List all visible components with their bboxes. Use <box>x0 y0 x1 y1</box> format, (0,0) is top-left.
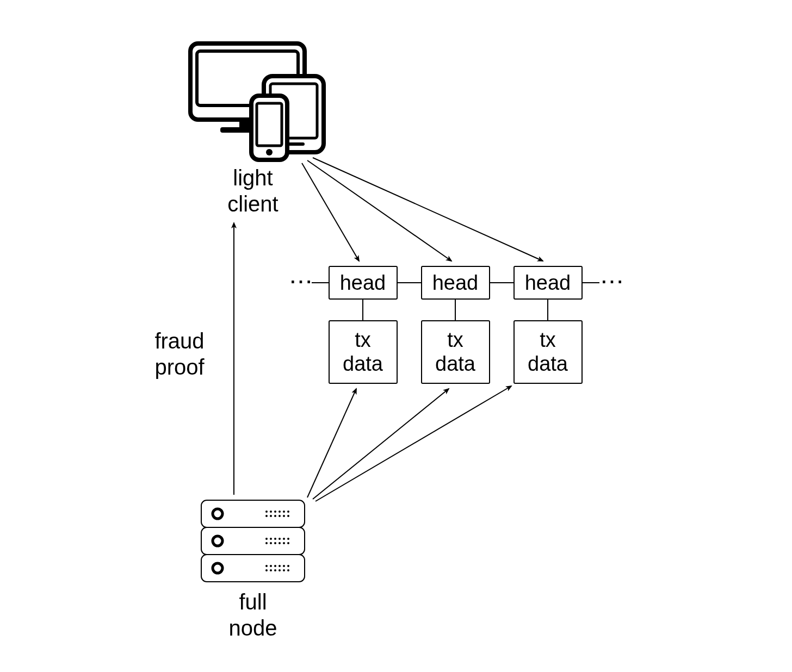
fraud-proof-label-line1: fraud <box>154 329 204 353</box>
txdata-label-1a: tx <box>355 328 371 351</box>
txdata-label-3a: tx <box>540 328 556 351</box>
ellipsis-right: ⋯ <box>600 267 624 294</box>
svg-point-21 <box>266 149 273 155</box>
txdata-label-2b: data <box>435 352 476 375</box>
txdata-label-3b: data <box>528 352 568 375</box>
light-client-label-line1: light <box>233 166 273 190</box>
full-node-label-line1: full <box>239 590 267 614</box>
server-icon <box>201 500 305 582</box>
arrow-fullnode-to-tx3 <box>315 386 511 501</box>
svg-point-27 <box>213 563 222 573</box>
ellipsis-left: ⋯ <box>289 267 313 294</box>
svg-rect-22 <box>201 500 305 527</box>
devices-icon <box>190 43 324 160</box>
txdata-label-2a: tx <box>447 328 463 351</box>
arrow-lightclient-to-head3 <box>313 158 543 261</box>
svg-point-26 <box>213 536 222 546</box>
txdata-label-1b: data <box>343 352 383 375</box>
arrow-lightclient-to-head1 <box>302 163 359 261</box>
head-label-2: head <box>432 271 479 294</box>
svg-rect-24 <box>201 555 305 582</box>
svg-rect-23 <box>201 527 305 555</box>
light-client-label-line2: client <box>227 192 278 216</box>
diagram-canvas: light client ⋯ head head head ⋯ tx data … <box>0 0 792 672</box>
head-label-1: head <box>340 271 386 294</box>
arrow-fullnode-to-tx2 <box>313 389 449 499</box>
fraud-proof-label-line2: proof <box>154 355 205 379</box>
svg-point-25 <box>213 509 222 519</box>
head-label-3: head <box>525 271 571 294</box>
full-node-label-line2: node <box>229 616 277 640</box>
